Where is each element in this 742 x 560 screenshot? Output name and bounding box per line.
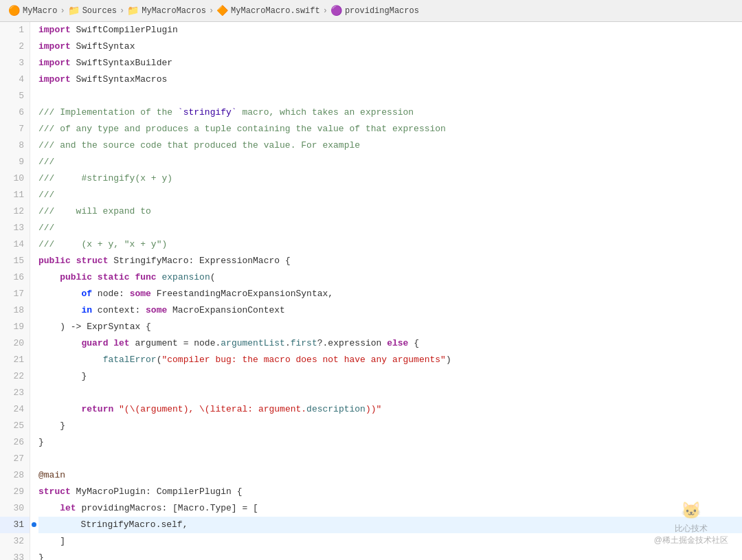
token: }: [38, 418, 65, 434]
line-number-16: 16: [0, 269, 30, 286]
breadcrumb-label-sources[interactable]: Sources: [82, 6, 117, 16]
token: [38, 352, 103, 368]
token: [38, 500, 60, 517]
code-line-18: in context: some MacroExpansionContext: [38, 302, 742, 319]
token: argumentList: [221, 335, 285, 352]
line-number-18: 18: [0, 302, 30, 319]
breadcrumb-label-swift[interactable]: MyMacroMacro.swift: [231, 6, 320, 16]
token: (: [157, 352, 162, 368]
token: import: [38, 71, 71, 88]
watermark-icon: 🐱: [654, 501, 728, 520]
token: @main: [38, 467, 65, 484]
code-line-1: import SwiftCompilerPlugin: [38, 22, 742, 38]
code-line-25: }: [38, 418, 742, 434]
code-line-6: /// Implementation of the `stringify` ma…: [38, 104, 742, 121]
breadcrumb-sep-4: ›: [323, 6, 328, 16]
code-line-28: @main: [38, 467, 742, 484]
code-line-2: import SwiftSyntax: [38, 38, 742, 55]
line-number-27: 27: [0, 451, 30, 467]
token: struct: [38, 484, 71, 500]
line-number-28: 28: [0, 467, 30, 484]
code-line-15: public struct StringifyMacro: Expression…: [38, 253, 742, 269]
breadcrumb-label-providing[interactable]: providingMacros: [345, 6, 419, 16]
breadcrumb-bar: 🟠 MyMacro › 📁 Sources › 📁 MyMacroMacros …: [0, 0, 742, 22]
token: [38, 302, 81, 319]
watermark: 🐱 比心技术 @稀土掘金技术社区: [654, 501, 728, 546]
token: description: [306, 401, 366, 418]
token: {: [408, 335, 419, 352]
code-line-23: [38, 385, 742, 401]
token: }: [38, 434, 44, 451]
code-line-9: ///: [38, 154, 742, 170]
code-line-20: guard let argument = node.argumentList.f…: [38, 335, 742, 352]
token: ]: [38, 533, 65, 550]
breadcrumb-label-mymacro[interactable]: MyMacro: [23, 6, 57, 16]
line-number-31: 31: [0, 517, 30, 533]
token: }: [38, 550, 44, 560]
line-number-20: 20: [0, 335, 30, 352]
token: `stringify`: [178, 104, 237, 121]
token: /// will expand to: [38, 203, 151, 220]
token: ///: [38, 187, 54, 203]
line-number-5: 5: [0, 88, 30, 104]
token: import: [38, 22, 71, 38]
token: [130, 269, 135, 286]
token: fatalError: [103, 352, 157, 368]
code-line-16: public static func expansion(: [38, 269, 742, 286]
token: [92, 269, 98, 286]
token: ): [446, 352, 451, 368]
token: SwiftSyntaxBuilder: [71, 55, 172, 71]
code-lines[interactable]: import SwiftCompilerPluginimport SwiftSy…: [30, 22, 742, 560]
token: /// and the source code that produced th…: [38, 137, 360, 154]
token: static: [98, 269, 130, 286]
token: let: [113, 335, 129, 352]
line-number-25: 25: [0, 418, 30, 434]
token: [108, 335, 113, 352]
token: [71, 253, 76, 269]
token: SwiftSyntax: [71, 38, 135, 55]
token: SwiftCompilerPlugin: [71, 22, 178, 38]
code-line-21: fatalError("compiler bug: the macro does…: [38, 352, 742, 368]
code-line-5: [38, 88, 742, 104]
line-number-29: 29: [0, 484, 30, 500]
code-line-29: struct MyMacroPlugin: CompilerPlugin {: [38, 484, 742, 500]
token: public: [38, 253, 71, 269]
line-number-3: 3: [0, 55, 30, 71]
line-number-7: 7: [0, 121, 30, 137]
token: import: [38, 55, 71, 71]
token: [38, 269, 60, 286]
line-number-23: 23: [0, 385, 30, 401]
token: /// of any type and produces a tuple con…: [38, 121, 446, 137]
code-line-10: /// #stringify(x + y): [38, 170, 742, 187]
code-line-22: }: [38, 368, 742, 385]
line-number-6: 6: [0, 104, 30, 121]
token: first: [291, 335, 317, 352]
code-line-14: /// (x + y, "x + y"): [38, 236, 742, 253]
breadcrumb-icon-macros: 📁: [127, 5, 139, 16]
watermark-line1: 比心技术: [654, 523, 728, 535]
token: func: [135, 269, 156, 286]
code-line-3: import SwiftSyntaxBuilder: [38, 55, 742, 71]
code-line-24: return "(\(argument), \(literal: argumen…: [38, 401, 742, 418]
breadcrumb-label-macros[interactable]: MyMacroMacros: [142, 6, 206, 16]
token: "(\(argument), \(literal: argument.: [119, 401, 306, 418]
token: .: [285, 335, 291, 352]
breadcrumb-icon-providing: 🟣: [330, 5, 342, 16]
breadcrumb-icon-mymacro: 🟠: [8, 5, 20, 16]
token: import: [38, 38, 71, 55]
line-number-21: 21: [0, 352, 30, 368]
token: macro, which takes an expression: [237, 104, 414, 121]
line-number-14: 14: [0, 236, 30, 253]
token: StringifyMacro: ExpressionMacro {: [108, 253, 290, 269]
token: else: [387, 335, 408, 352]
code-line-33: }: [38, 550, 742, 560]
code-content: 1234567891011121314151617181920212223242…: [0, 22, 742, 560]
line-numbers: 1234567891011121314151617181920212223242…: [0, 22, 30, 560]
line-number-8: 8: [0, 137, 30, 154]
line-number-30: 30: [0, 500, 30, 517]
line-number-10: 10: [0, 170, 30, 187]
token: [38, 401, 81, 418]
breadcrumb-sep-3: ›: [209, 6, 214, 16]
token: SwiftSyntaxMacros: [71, 71, 167, 88]
code-line-4: import SwiftSyntaxMacros: [38, 71, 742, 88]
